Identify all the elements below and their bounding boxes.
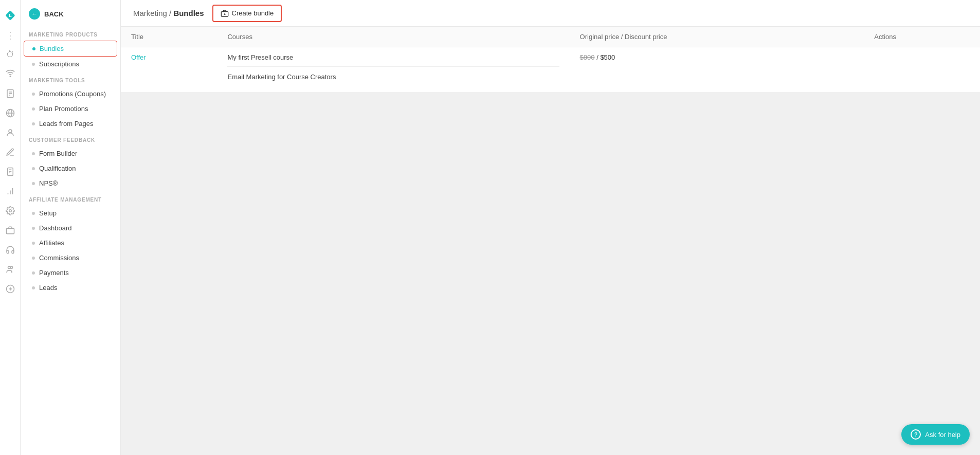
col-actions: Actions <box>864 27 980 47</box>
chart-nav-icon[interactable] <box>2 183 19 199</box>
sidebar-item-leads-from-pages[interactable]: Leads from Pages <box>24 116 117 131</box>
ask-help-button[interactable]: ? Ask for help <box>901 424 970 445</box>
bullet-icon <box>32 167 35 170</box>
wifi-nav-icon[interactable] <box>2 66 19 82</box>
sidebar-item-bundles[interactable]: Bundles <box>24 41 117 57</box>
user-nav-icon[interactable] <box>2 124 19 141</box>
help-icon: ? <box>911 429 921 440</box>
breadcrumb-prefix: Marketing / <box>133 9 173 17</box>
logo-icon: L <box>4 9 16 22</box>
svg-point-2 <box>10 76 11 77</box>
bullet-icon <box>32 271 35 275</box>
bullet-icon <box>32 257 35 260</box>
course-item-2: Email Marketing for Course Creators <box>227 73 559 86</box>
sidebar-item-promotions[interactable]: Promotions (Coupons) <box>24 86 117 101</box>
sidebar-item-setup[interactable]: Setup <box>24 206 117 221</box>
svg-text:L: L <box>9 13 11 18</box>
bullet-icon <box>32 93 35 96</box>
setup-label: Setup <box>39 209 57 217</box>
create-bundle-button[interactable]: Create bundle <box>212 5 282 22</box>
table-area: Title Courses Original price / Discount … <box>121 27 980 455</box>
svg-point-10 <box>9 130 12 133</box>
plan-promotions-label: Plan Promotions <box>39 105 88 113</box>
bundle-icon <box>221 9 229 17</box>
sidebar-item-commissions[interactable]: Commissions <box>24 250 117 265</box>
leads-from-pages-label: Leads from Pages <box>39 120 94 128</box>
bullet-icon <box>32 63 35 66</box>
sidebar-item-plan-promotions[interactable]: Plan Promotions <box>24 101 117 116</box>
bullet-icon <box>32 227 35 230</box>
sidebar-item-subscriptions[interactable]: Subscriptions <box>24 57 117 71</box>
top-header: Marketing / Bundles Create bundle <box>121 0 980 27</box>
commissions-label: Commissions <box>39 254 79 262</box>
bullet-icon <box>32 47 35 50</box>
ask-help-label: Ask for help <box>925 431 960 439</box>
table-row: Offer My first Presell course Email Mark… <box>121 47 980 93</box>
sidebar-item-qualification[interactable]: Qualification <box>24 161 117 176</box>
pen-nav-icon[interactable] <box>2 144 19 160</box>
section-marketing-products: MARKETING PRODUCTS <box>21 26 120 41</box>
price-display: $800 / $500 <box>580 53 854 61</box>
box-nav-icon[interactable] <box>2 222 19 239</box>
original-price: $800 <box>580 53 595 61</box>
create-bundle-label: Create bundle <box>232 9 274 17</box>
sidebar-item-affiliates[interactable]: Affiliates <box>24 235 117 250</box>
svg-point-21 <box>10 266 13 269</box>
course-list: My first Presell course Email Marketing … <box>227 53 559 86</box>
leads-label: Leads <box>39 284 57 292</box>
headphone-nav-icon[interactable] <box>2 242 19 258</box>
breadcrumb-current: Bundles <box>173 9 204 17</box>
svg-point-18 <box>9 210 11 212</box>
app-logo[interactable]: L <box>0 4 21 27</box>
sidebar-item-form-builder[interactable]: Form Builder <box>24 146 117 161</box>
offer-link[interactable]: Offer <box>131 53 146 61</box>
main-content: Marketing / Bundles Create bundle Title … <box>121 0 980 455</box>
plus-nav-icon[interactable] <box>2 281 19 297</box>
bullet-icon <box>32 212 35 215</box>
globe-nav-icon[interactable] <box>2 105 19 121</box>
form-builder-label: Form Builder <box>39 150 77 157</box>
sidebar-item-payments[interactable]: Payments <box>24 265 117 280</box>
breadcrumb: Marketing / Bundles <box>133 9 204 17</box>
section-affiliate-management: AFFILIATE MANAGEMENT <box>21 191 120 206</box>
row-actions-cell <box>864 47 980 93</box>
clipboard-nav-icon[interactable] <box>2 163 19 180</box>
dashboard-label: Dashboard <box>39 224 72 232</box>
sidebar-item-nps[interactable]: NPS® <box>24 176 117 191</box>
sidebar-item-leads[interactable]: Leads <box>24 280 117 295</box>
gear-nav-icon[interactable] <box>2 203 19 219</box>
col-title: Title <box>121 27 217 47</box>
row-courses-cell: My first Presell course Email Marketing … <box>217 47 569 93</box>
section-customer-feedback: CUSTOMER FEEDBACK <box>21 131 120 146</box>
icon-sidebar: L ⋮ ⏱ <box>0 0 21 455</box>
back-button[interactable]: ← BACK <box>21 0 120 26</box>
bullet-icon <box>32 242 35 245</box>
qualification-label: Qualification <box>39 165 76 172</box>
col-courses: Courses <box>217 27 569 47</box>
sidebar-dots[interactable]: ⋮ <box>6 30 15 41</box>
row-title-cell: Offer <box>121 47 217 93</box>
nps-label: NPS® <box>39 179 58 187</box>
row-price-cell: $800 / $500 <box>570 47 864 93</box>
bullet-icon <box>32 122 35 125</box>
sidebar-item-dashboard[interactable]: Dashboard <box>24 221 117 235</box>
back-label: BACK <box>44 10 64 18</box>
col-price: Original price / Discount price <box>570 27 864 47</box>
left-sidebar: ← BACK MARKETING PRODUCTS Bundles Subscr… <box>21 0 121 455</box>
discount-price: $500 <box>600 53 615 61</box>
document-nav-icon[interactable] <box>2 85 19 102</box>
back-arrow-icon: ← <box>29 8 40 20</box>
payments-label: Payments <box>39 269 69 277</box>
affiliates-label: Affiliates <box>39 239 64 247</box>
clock-nav-icon[interactable]: ⏱ <box>2 46 19 63</box>
group-nav-icon[interactable] <box>2 261 19 278</box>
svg-rect-19 <box>6 228 14 234</box>
bullet-icon <box>32 152 35 155</box>
bundles-label: Bundles <box>40 45 64 52</box>
bundles-table: Title Courses Original price / Discount … <box>121 27 980 93</box>
subscriptions-label: Subscriptions <box>39 60 79 68</box>
course-item-1: My first Presell course <box>227 53 559 67</box>
section-marketing-tools: MARKETING TOOLS <box>21 71 120 86</box>
bullet-icon <box>32 286 35 289</box>
table-header-row: Title Courses Original price / Discount … <box>121 27 980 47</box>
